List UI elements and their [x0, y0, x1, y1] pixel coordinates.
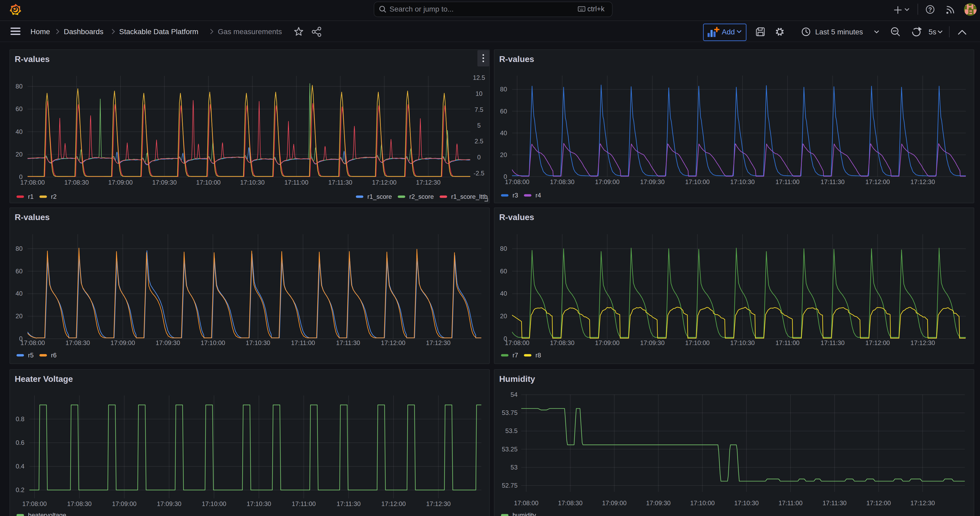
svg-text:r5: r5	[28, 352, 33, 359]
svg-text:60: 60	[500, 108, 507, 115]
svg-text:17:11:00: 17:11:00	[292, 500, 316, 507]
svg-text:17:10:00: 17:10:00	[685, 178, 710, 185]
svg-text:17:09:30: 17:09:30	[157, 500, 181, 507]
svg-text:17:12:00: 17:12:00	[381, 500, 406, 507]
svg-text:17:08:00: 17:08:00	[22, 500, 47, 507]
svg-text:40: 40	[500, 129, 507, 137]
svg-text:r1_score_lttb: r1_score_lttb	[451, 193, 488, 200]
svg-text:17:09:30: 17:09:30	[156, 339, 180, 346]
svg-text:17:08:00: 17:08:00	[21, 339, 45, 346]
svg-text:R-values: R-values	[499, 54, 534, 64]
svg-text:80: 80	[16, 83, 22, 90]
svg-text:5s: 5s	[929, 28, 936, 36]
svg-text:17:10:30: 17:10:30	[734, 500, 759, 506]
svg-text:Last 5 minutes: Last 5 minutes	[815, 28, 863, 36]
svg-text:10: 10	[476, 90, 483, 97]
svg-text:r1: r1	[28, 193, 33, 200]
svg-text:Home: Home	[30, 27, 50, 36]
svg-text:r2_score: r2_score	[409, 193, 434, 200]
svg-text:0.6: 0.6	[16, 439, 24, 446]
svg-text:52.75: 52.75	[502, 482, 517, 489]
svg-text:r1_score: r1_score	[368, 193, 392, 200]
svg-text:17:09:00: 17:09:00	[110, 339, 135, 346]
svg-text:17:11:00: 17:11:00	[776, 178, 800, 185]
svg-text:17:09:30: 17:09:30	[152, 179, 177, 186]
svg-text:17:10:30: 17:10:30	[240, 179, 264, 186]
svg-text:40: 40	[16, 290, 22, 297]
svg-text:Search or jump to...: Search or jump to...	[390, 5, 453, 13]
svg-text:17:10:30: 17:10:30	[246, 339, 270, 346]
svg-text:17:09:00: 17:09:00	[112, 500, 137, 507]
svg-text:17:09:30: 17:09:30	[640, 178, 665, 185]
svg-text:Gas measurements: Gas measurements	[218, 27, 282, 36]
svg-text:20: 20	[500, 312, 507, 320]
svg-text:heatervoltage: heatervoltage	[28, 511, 66, 516]
svg-text:17:09:00: 17:09:00	[602, 500, 627, 506]
svg-text:r2: r2	[51, 193, 56, 200]
svg-text:17:10:00: 17:10:00	[196, 179, 220, 186]
svg-text:17:08:30: 17:08:30	[64, 179, 89, 186]
svg-text:17:08:00: 17:08:00	[20, 179, 45, 186]
svg-text:17:12:00: 17:12:00	[381, 339, 405, 346]
svg-text:17:11:30: 17:11:30	[337, 500, 361, 507]
svg-text:80: 80	[500, 86, 507, 93]
svg-text:17:10:00: 17:10:00	[200, 339, 225, 346]
svg-text:17:10:30: 17:10:30	[730, 339, 754, 346]
svg-text:ctrl+k: ctrl+k	[587, 5, 605, 13]
svg-text:r7: r7	[512, 352, 518, 359]
svg-text:17:12:30: 17:12:30	[910, 500, 935, 506]
svg-text:17:11:00: 17:11:00	[291, 339, 315, 346]
svg-text:17:10:00: 17:10:00	[202, 500, 226, 507]
svg-text:17:11:30: 17:11:30	[821, 339, 845, 346]
svg-text:17:10:00: 17:10:00	[690, 500, 715, 506]
svg-text:17:08:00: 17:08:00	[505, 339, 529, 346]
svg-text:17:12:30: 17:12:30	[910, 178, 935, 185]
svg-text:R-values: R-values	[15, 54, 49, 64]
svg-text:17:08:30: 17:08:30	[550, 178, 574, 185]
svg-text:40: 40	[16, 128, 22, 135]
svg-text:r4: r4	[535, 192, 541, 199]
svg-text:17:11:30: 17:11:30	[821, 178, 845, 185]
svg-text:17:10:30: 17:10:30	[730, 178, 754, 185]
svg-text:17:09:00: 17:09:00	[595, 339, 619, 346]
svg-text:Stackable Data Platform: Stackable Data Platform	[119, 27, 199, 36]
svg-text:17:11:30: 17:11:30	[328, 179, 353, 186]
svg-text:R-values: R-values	[499, 212, 534, 222]
svg-text:17:11:30: 17:11:30	[822, 500, 847, 506]
svg-text:17:08:30: 17:08:30	[67, 500, 92, 507]
svg-text:54: 54	[511, 391, 517, 398]
svg-text:20: 20	[500, 151, 507, 158]
svg-text:Heater Voltage: Heater Voltage	[15, 374, 73, 384]
svg-text:17:10:30: 17:10:30	[247, 500, 271, 507]
svg-text:60: 60	[500, 268, 507, 275]
svg-text:17:12:00: 17:12:00	[865, 178, 890, 185]
svg-text:53.75: 53.75	[502, 409, 517, 416]
svg-text:humidity: humidity	[512, 511, 536, 516]
svg-text:20: 20	[16, 312, 22, 320]
svg-text:17:09:30: 17:09:30	[640, 339, 665, 346]
svg-text:17:12:00: 17:12:00	[865, 339, 890, 346]
svg-text:0.2: 0.2	[16, 486, 24, 494]
svg-text:20: 20	[16, 151, 22, 158]
svg-text:17:11:00: 17:11:00	[776, 339, 800, 346]
svg-text:17:12:00: 17:12:00	[372, 179, 396, 186]
svg-text:r6: r6	[51, 352, 56, 359]
svg-text:17:08:00: 17:08:00	[505, 178, 529, 185]
svg-text:17:12:30: 17:12:30	[416, 179, 441, 186]
svg-text:12.5: 12.5	[473, 74, 485, 81]
svg-text:17:12:00: 17:12:00	[866, 500, 891, 506]
svg-text:17:12:30: 17:12:30	[910, 339, 935, 346]
svg-text:80: 80	[16, 245, 22, 252]
svg-text:R-values: R-values	[15, 212, 49, 222]
svg-text:17:11:30: 17:11:30	[336, 339, 360, 346]
svg-text:60: 60	[16, 268, 22, 275]
svg-text:17:08:30: 17:08:30	[558, 500, 582, 506]
svg-text:17:11:00: 17:11:00	[778, 500, 803, 506]
svg-text:?: ?	[928, 6, 932, 13]
svg-text:0: 0	[477, 154, 480, 161]
svg-text:60: 60	[16, 105, 22, 112]
svg-text:5: 5	[477, 122, 480, 129]
svg-text:17:08:30: 17:08:30	[65, 339, 90, 346]
svg-text:17:08:00: 17:08:00	[514, 500, 538, 506]
svg-text:r8: r8	[535, 352, 541, 359]
